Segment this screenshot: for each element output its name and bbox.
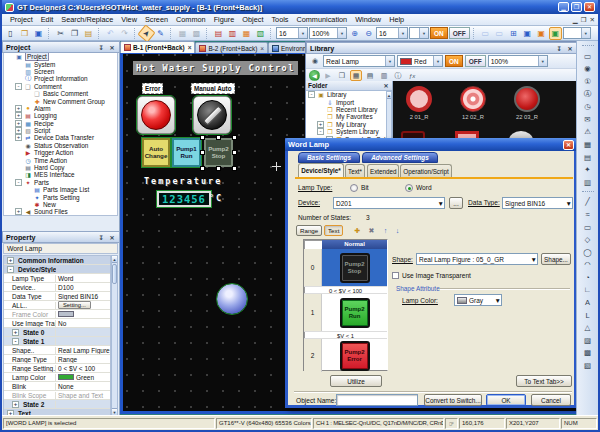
property-row[interactable]: BlinkNone <box>4 382 110 391</box>
edit-vertices-button[interactable]: ✎ <box>154 27 167 40</box>
selector-switch-object[interactable] <box>193 96 231 134</box>
lamp-off-toggle[interactable]: OFF <box>449 27 470 39</box>
zoom-select[interactable]: 100%▼ <box>309 27 347 39</box>
menu-item[interactable]: Object <box>238 15 267 24</box>
screen-image-button[interactable]: ▦ <box>176 27 189 40</box>
tree-item[interactable]: ❑ Basic Comment <box>4 90 117 97</box>
library-item-partial[interactable] <box>401 131 425 138</box>
function-icon[interactable]: ƒx <box>406 70 418 81</box>
scale-tool-icon[interactable]: ∟ <box>579 284 596 297</box>
bit-radio[interactable] <box>350 184 358 192</box>
scroll-up-icon[interactable]: ▲ <box>112 256 117 263</box>
ascii-display-tool-icon[interactable]: Ⓐ <box>579 88 596 101</box>
move-up-icon[interactable]: ↑ <box>380 225 391 236</box>
close-icon[interactable]: ✕ <box>382 82 390 89</box>
selection-handle[interactable] <box>216 135 221 140</box>
parts-display-tool-icon[interactable]: ✦ <box>579 163 596 176</box>
pin-icon[interactable]: ↧ <box>97 234 105 241</box>
expand-icon[interactable]: + <box>15 120 22 127</box>
state-next-button[interactable]: ▣ <box>535 27 548 40</box>
lamp-on-toggle[interactable]: ON <box>430 27 448 39</box>
close-icon[interactable]: × <box>260 45 264 52</box>
menu-item[interactable]: View <box>117 15 141 24</box>
tree-item[interactable]: ⓘ Project Information <box>4 75 117 82</box>
state-row-2[interactable]: Pump2Error <box>322 339 387 372</box>
library-item-partial[interactable] <box>455 131 479 138</box>
circle-tool-icon[interactable]: ◯ <box>579 246 596 259</box>
property-row[interactable]: Range Setting..0 < $V < 100 <box>4 364 110 373</box>
paste-button[interactable]: ▤ <box>82 27 95 40</box>
temperature-label[interactable]: Temperature <box>144 176 222 186</box>
pump2-stop-selected-object[interactable]: Pump2Stop <box>202 137 235 169</box>
library-tree-item[interactable]: ⇩ Import <box>306 98 392 105</box>
property-object-selector[interactable]: Word Lamp <box>3 243 118 254</box>
library-tree-item[interactable]: - ❒ System Library <box>306 128 392 135</box>
library-item[interactable]: 12 02_R <box>453 86 493 120</box>
basic-settings-group-tab[interactable]: Basic Settings <box>298 152 360 163</box>
minimize-button[interactable]: ▁ <box>558 2 569 12</box>
line-tool-icon[interactable]: ╱ <box>579 196 596 209</box>
library-item-partial[interactable] <box>509 131 533 138</box>
property-category[interactable]: -Device/Style <box>4 265 110 274</box>
menu-item[interactable]: Tools <box>267 15 292 24</box>
shape-select[interactable]: Real Lamp Figure : 05_0_GR▼ <box>416 253 538 265</box>
library-category-select[interactable]: Real Lamp▼ <box>323 55 395 67</box>
state-row-0[interactable]: Pump2Stop <box>322 249 387 286</box>
report-tool-icon[interactable]: ▥ <box>579 176 596 189</box>
close-icon[interactable]: × <box>188 44 192 51</box>
screen-preview-button[interactable]: ▧ <box>254 27 267 40</box>
scrollbar-thumb[interactable] <box>112 264 117 284</box>
menu-item[interactable]: Common <box>172 15 210 24</box>
property-row[interactable]: Blink ScopeShape and Text <box>4 391 110 400</box>
auto-change-button[interactable]: AutoChange <box>142 138 170 167</box>
state-row-1[interactable]: Pump2Run <box>322 294 387 331</box>
delete-state-icon[interactable]: ✖ <box>366 225 377 236</box>
expand-icon[interactable]: - <box>308 91 315 98</box>
screen-image2-button[interactable]: ▩ <box>190 27 203 40</box>
use-image-transparent-checkbox[interactable] <box>392 272 399 279</box>
folder-up-icon[interactable]: ❒ <box>336 70 348 81</box>
recipe-display-tool-icon[interactable]: ▦ <box>579 138 596 151</box>
tree-item[interactable]: + ▦ Recipe <box>4 120 117 127</box>
display-mode-select[interactable]: ▼ <box>409 27 429 39</box>
zoom-out-button[interactable]: ⊖ <box>362 27 375 40</box>
close-icon[interactable]: ✕ <box>108 44 116 51</box>
library-tree-item[interactable]: - ▣ Library <box>306 91 392 98</box>
library-color-select[interactable]: Red▼ <box>397 55 443 67</box>
comment-display-tool-icon[interactable]: ✉ <box>579 113 596 126</box>
library-tree-item[interactable]: + ❒ My Library <box>306 121 392 128</box>
blue-lamp-object[interactable] <box>217 284 247 314</box>
property-row[interactable]: Shape..Real Lamp Figure <box>4 346 110 355</box>
tree-item[interactable]: ▤ System <box>4 60 117 67</box>
word-radio[interactable] <box>405 184 413 192</box>
tree-item[interactable]: ◉ Status Observation <box>4 142 117 149</box>
expand-icon[interactable]: + <box>15 105 22 112</box>
data-type-select[interactable]: Signed BIN16▼ <box>502 197 573 209</box>
tree-item[interactable]: + ▧ Script <box>4 127 117 134</box>
menu-item[interactable]: Communication <box>292 15 351 24</box>
close-button[interactable]: ✕ <box>584 2 595 12</box>
menu-item[interactable]: Figure <box>210 15 239 24</box>
clock-display-tool-icon[interactable]: ◷ <box>579 100 596 113</box>
menu-item[interactable]: Edit <box>37 15 58 24</box>
tab-b2-front-back[interactable]: B-2 (Front+Back)× <box>195 42 268 53</box>
back-icon[interactable]: ◀ <box>309 70 320 81</box>
front-screen-button[interactable]: ▤ <box>212 27 225 40</box>
library-zoom-select[interactable]: 100%▼ <box>488 55 548 67</box>
pump2-stop-button[interactable]: Pump2Stop <box>204 138 233 167</box>
dialog-close-button[interactable]: ✕ <box>563 140 574 150</box>
selection-handle[interactable] <box>200 135 205 140</box>
device-input[interactable]: D201▼ <box>333 197 445 209</box>
import-tool-icon[interactable]: ▧ <box>579 359 596 372</box>
utilize-button[interactable]: Utilize <box>330 375 382 387</box>
details-view-icon[interactable]: ▥ <box>378 70 390 81</box>
image-tool-icon[interactable]: ▩ <box>579 347 596 360</box>
tree-item[interactable]: ▤ Hard Copy <box>4 164 117 171</box>
expand-icon[interactable]: - <box>7 266 14 273</box>
scroll-up-icon[interactable]: ▲ <box>387 92 391 99</box>
library-item[interactable]: 2 01_R <box>399 86 439 120</box>
selection-handle[interactable] <box>216 166 221 171</box>
selection-handle[interactable] <box>200 150 205 155</box>
tab-device-style[interactable]: Device/Style* <box>298 163 344 177</box>
property-scrollbar[interactable]: ▲ ▼ <box>111 255 118 416</box>
